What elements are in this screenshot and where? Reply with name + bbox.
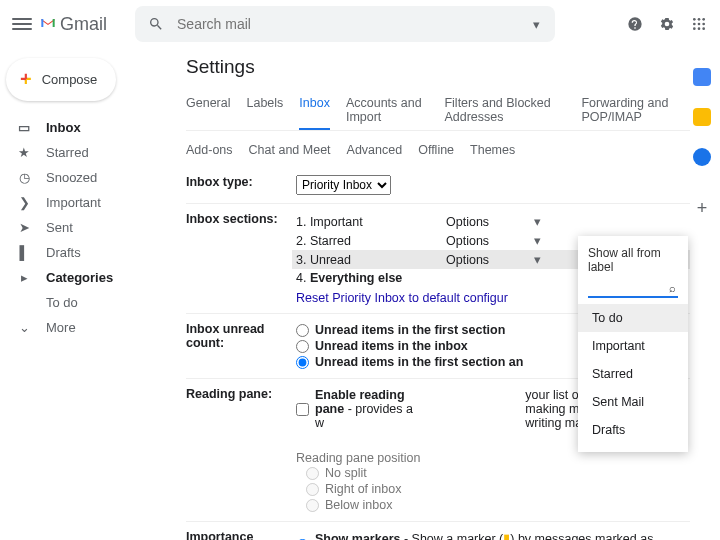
apps-icon[interactable] bbox=[690, 15, 708, 33]
pos-radio bbox=[306, 499, 319, 512]
help-icon[interactable] bbox=[626, 15, 644, 33]
tab-labels[interactable]: Labels bbox=[246, 90, 283, 130]
popup-option[interactable]: Drafts bbox=[578, 416, 688, 444]
tab-advanced[interactable]: Advanced bbox=[347, 143, 403, 157]
options-link[interactable]: Options bbox=[446, 234, 516, 248]
caret-icon[interactable]: ▾ bbox=[534, 252, 541, 267]
nav-starred[interactable]: ★Starred bbox=[6, 140, 144, 165]
pos-radio bbox=[306, 467, 319, 480]
page-title: Settings bbox=[186, 56, 690, 78]
chev-icon: ⌄ bbox=[16, 320, 32, 335]
nav-important[interactable]: ❯Important bbox=[6, 190, 144, 215]
tab-filters-and-blocked-addresses[interactable]: Filters and Blocked Addresses bbox=[444, 90, 565, 130]
popup-option[interactable]: Important bbox=[578, 332, 688, 360]
nav-inbox[interactable]: ▭Inbox bbox=[6, 115, 144, 140]
settings-tabs: GeneralLabelsInboxAccounts and ImportFil… bbox=[186, 90, 690, 131]
popup-header: Show all from label bbox=[578, 244, 688, 280]
unread-radio[interactable] bbox=[296, 324, 309, 337]
tab-offline[interactable]: Offline bbox=[418, 143, 454, 157]
svg-point-0 bbox=[693, 18, 696, 21]
section-row: 1. ImportantOptions▾ bbox=[296, 212, 690, 231]
left-nav: + Compose ▭Inbox★Starred◷Snoozed❯Importa… bbox=[0, 48, 150, 540]
unread-label: Inbox unread count: bbox=[186, 322, 296, 370]
tab-inbox[interactable]: Inbox bbox=[299, 90, 330, 130]
menu-icon[interactable] bbox=[12, 18, 32, 30]
svg-point-5 bbox=[702, 23, 705, 26]
file-icon: ▌ bbox=[16, 245, 32, 260]
inbox-type-select[interactable]: Priority Inbox bbox=[296, 175, 391, 195]
nav-sent[interactable]: ➤Sent bbox=[6, 215, 144, 240]
markers-label: Importance markers: bbox=[186, 530, 296, 540]
nav-snoozed[interactable]: ◷Snoozed bbox=[6, 165, 144, 190]
reading-label: Reading pane: bbox=[186, 387, 296, 513]
unread-radio[interactable] bbox=[296, 356, 309, 369]
search-bar[interactable]: ▾ bbox=[135, 6, 555, 42]
popup-option[interactable]: Starred bbox=[578, 360, 688, 388]
tab-add-ons[interactable]: Add-ons bbox=[186, 143, 233, 157]
dropdown-icon[interactable]: ▾ bbox=[527, 15, 545, 33]
tab-themes[interactable]: Themes bbox=[470, 143, 515, 157]
svg-point-2 bbox=[702, 18, 705, 21]
caret-icon: ▸ bbox=[16, 270, 32, 285]
reading-pos-label: Reading pane position bbox=[296, 451, 690, 465]
svg-point-7 bbox=[698, 27, 701, 30]
caret-icon[interactable]: ▾ bbox=[534, 214, 541, 229]
logo-m-icon bbox=[40, 11, 56, 37]
unread-radio[interactable] bbox=[296, 340, 309, 353]
brand-text: Gmail bbox=[60, 14, 107, 35]
search-input[interactable] bbox=[177, 16, 543, 32]
svg-point-8 bbox=[702, 27, 705, 30]
tab-chat-and-meet[interactable]: Chat and Meet bbox=[249, 143, 331, 157]
svg-point-1 bbox=[698, 18, 701, 21]
nav-more[interactable]: ⌄More bbox=[6, 315, 144, 340]
options-link[interactable]: Options bbox=[446, 253, 516, 267]
reading-pane-checkbox[interactable] bbox=[296, 403, 309, 416]
popup-option[interactable]: To do bbox=[578, 304, 688, 332]
nav-categories[interactable]: ▸Categories bbox=[6, 265, 144, 290]
nav-to-do[interactable]: To do bbox=[6, 290, 144, 315]
settings-icon[interactable] bbox=[658, 15, 676, 33]
plus-icon: + bbox=[20, 68, 32, 91]
popup-search-input[interactable]: ⌕ bbox=[588, 280, 678, 298]
svg-point-6 bbox=[693, 27, 696, 30]
compose-label: Compose bbox=[42, 72, 98, 87]
pos-radio bbox=[306, 483, 319, 496]
options-link[interactable]: Options bbox=[446, 215, 516, 229]
popup-option[interactable]: Sent Mail bbox=[578, 388, 688, 416]
search-icon bbox=[147, 15, 165, 33]
svg-point-3 bbox=[693, 23, 696, 26]
inbox-icon: ▭ bbox=[16, 120, 32, 135]
clock-icon: ◷ bbox=[16, 170, 32, 185]
tab-accounts-and-import[interactable]: Accounts and Import bbox=[346, 90, 429, 130]
svg-point-4 bbox=[698, 23, 701, 26]
label-popup: Show all from label ⌕ To doImportantStar… bbox=[578, 236, 688, 452]
tab-forwarding-and-pop-imap[interactable]: Forwarding and POP/IMAP bbox=[581, 90, 690, 130]
sections-label: Inbox sections: bbox=[186, 212, 296, 305]
send-icon: ➤ bbox=[16, 220, 32, 235]
tab-general[interactable]: General bbox=[186, 90, 230, 130]
settings-tabs-2: Add-onsChat and MeetAdvancedOfflineTheme… bbox=[186, 137, 690, 167]
star-icon: ★ bbox=[16, 145, 32, 160]
inbox-type-label: Inbox type: bbox=[186, 175, 296, 195]
compose-button[interactable]: + Compose bbox=[6, 58, 116, 101]
caret-icon[interactable]: ▾ bbox=[534, 233, 541, 248]
important-icon: ❯ bbox=[16, 195, 32, 210]
nav-drafts[interactable]: ▌Drafts bbox=[6, 240, 144, 265]
gmail-logo[interactable]: Gmail bbox=[40, 11, 107, 37]
